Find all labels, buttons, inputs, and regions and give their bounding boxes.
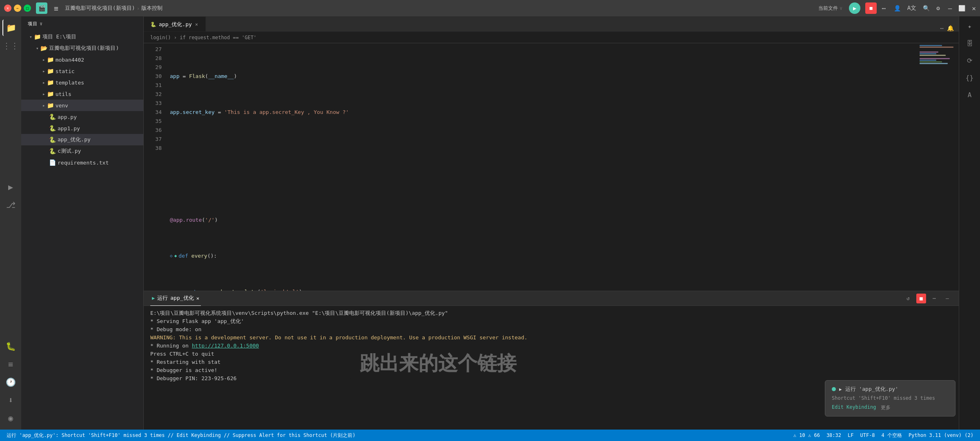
- schedule-icon[interactable]: 🕐: [2, 374, 19, 390]
- notif-edit-keybinding[interactable]: Edit Keybinding: [832, 404, 876, 411]
- panel-more-button[interactable]: ⋯: [929, 294, 939, 303]
- sidebar-item-moban4402[interactable]: ▸ 📁 moban4402: [21, 54, 143, 65]
- code-token: Flask: [189, 72, 205, 81]
- sidebar-item-app-py[interactable]: 🐍 app.py: [21, 111, 143, 122]
- notif-dot-icon: [832, 387, 836, 391]
- minimap-line: [920, 60, 936, 61]
- terminal-link[interactable]: http://127.0.0.1:5000: [192, 343, 259, 349]
- language-status[interactable]: Python 3.11 (venv) (2): [907, 430, 975, 441]
- titlebar: × − □ 🎬 ≡ 豆瓣电影可视化项目(新项目) › 版本控制 当前文件 ∨ ▶…: [0, 0, 980, 16]
- tab-close-button[interactable]: ×: [194, 21, 199, 28]
- translate-icon[interactable]: A文: [907, 4, 916, 12]
- terminal-line-4: * Running on http://127.0.0.1:5000: [150, 342, 952, 350]
- copilot-icon[interactable]: ✦: [963, 20, 976, 33]
- database-icon[interactable]: 🗄: [963, 37, 976, 50]
- menu-icon[interactable]: ≡: [51, 4, 62, 13]
- sidebar-item-requirements[interactable]: 📄 requirements.txt: [21, 157, 143, 168]
- notif-actions: Edit Keybinding 更多: [832, 404, 949, 411]
- line-num-34: 34: [144, 108, 162, 117]
- code-token: (: [257, 287, 261, 291]
- layers-icon[interactable]: ≡: [2, 356, 19, 372]
- panel-actions: ↺ ■ ⋯ —: [903, 294, 952, 303]
- minimap-line: [920, 48, 927, 49]
- run-green-button[interactable]: ▶: [849, 2, 860, 14]
- terminal-line-0: E:\项目\豆瓣电影可视化系统项目\venv\Scripts\python.ex…: [150, 309, 952, 317]
- graph-icon[interactable]: ◉: [2, 410, 19, 426]
- text-icon[interactable]: A: [963, 88, 976, 101]
- minimize-button[interactable]: −: [14, 4, 21, 12]
- panel-tab-run[interactable]: ▶ 运行 app_优化 ×: [150, 291, 201, 306]
- sidebar-item-project-root[interactable]: ▾ 📁 项目 E:\项目: [21, 31, 143, 42]
- code-token: @app.route: [170, 216, 202, 225]
- explorer-icon[interactable]: 📁: [2, 20, 19, 36]
- lf-status[interactable]: LF: [846, 430, 855, 441]
- code-token: every: [192, 252, 207, 261]
- search-icon[interactable]: 🔍: [923, 5, 930, 11]
- more-menu-button[interactable]: ⋯: [882, 4, 886, 12]
- panel-refresh-button[interactable]: ↺: [903, 294, 913, 303]
- minimap-line: [920, 63, 948, 64]
- moban-label: moban4402: [56, 57, 84, 63]
- run-activity-icon[interactable]: ▶: [2, 179, 19, 195]
- debug-icon[interactable]: 🐛: [2, 338, 19, 354]
- sidebar-item-app1-py[interactable]: 🐍 app1.py: [21, 122, 143, 134]
- code-token: =: [215, 108, 224, 117]
- sidebar-item-templates[interactable]: ▸ 📁 templates: [21, 77, 143, 88]
- templates-label: templates: [56, 80, 84, 86]
- stop-red-button[interactable]: ■: [865, 2, 877, 14]
- sidebar-chevron: ∨: [40, 21, 43, 27]
- notif-more[interactable]: 更多: [881, 404, 891, 411]
- extensions-icon[interactable]: ⋮⋮: [2, 38, 19, 54]
- sidebar-item-app-youhua[interactable]: 🐍 app_优化.py: [21, 134, 143, 145]
- line-num-36: 36: [144, 126, 162, 135]
- static-label: static: [56, 68, 75, 74]
- line-num-29: 29: [144, 63, 162, 72]
- panel-stop-button[interactable]: ■: [916, 294, 926, 303]
- activity-bar: 📁 ⋮⋮ ▶ ⎇ 🐛 ≡ 🕐 ⬇ ◉: [0, 16, 21, 430]
- chevron-down-icon: ▾: [29, 34, 32, 40]
- code-token: ): [299, 287, 302, 291]
- code-token: app: [170, 72, 179, 81]
- run-status-item[interactable]: 运行 'app_优化.py': Shortcut 'Shift+F10' mis…: [5, 430, 357, 441]
- maximize-button[interactable]: □: [24, 4, 31, 12]
- indent-status[interactable]: 4 个空格: [880, 430, 904, 441]
- line-num-37: 37: [144, 135, 162, 144]
- panel-minimize-button[interactable]: —: [942, 294, 952, 303]
- terminal-text: E:\项目\豆瓣电影可视化系统项目\venv\Scripts\python.ex…: [150, 310, 448, 316]
- sidebar-item-static[interactable]: ▸ 📁 static: [21, 65, 143, 77]
- close-button[interactable]: ×: [4, 4, 11, 12]
- app-py-icon: 🐍: [49, 114, 56, 120]
- code-content[interactable]: app = Flask(__name__) app.secret_key = '…: [165, 43, 918, 291]
- code-token: [174, 287, 187, 291]
- sidebar-item-ceshi-py[interactable]: 🐍 c测试.py: [21, 145, 143, 157]
- right-gutter: ✦ 🗄 ⟳ {} A: [959, 16, 980, 430]
- download-icon[interactable]: ⬇: [2, 392, 19, 408]
- warnings-status[interactable]: ⚠ 10 ⚠ 66: [792, 430, 822, 441]
- breadcrumb-text: login() › if request.method == 'GET': [150, 35, 256, 40]
- sync-icon[interactable]: ⟳: [963, 54, 976, 67]
- window-close-icon[interactable]: ✕: [972, 4, 976, 12]
- app1-py-icon: 🐍: [49, 125, 56, 131]
- sidebar-item-venv[interactable]: ▸ 📁 venv: [21, 100, 143, 111]
- sidebar-item-project-folder[interactable]: ▾ 📂 豆瓣电影可视化项目(新项目): [21, 42, 143, 54]
- editor-tab-app-youhua[interactable]: 🐍 app_优化.py ×: [144, 17, 206, 31]
- code-token: ): [215, 216, 218, 225]
- terminal-line-5: Press CTRL+C to quit: [150, 350, 952, 358]
- encoding-status[interactable]: UTF-8: [858, 430, 876, 441]
- tab-bell-icon[interactable]: 🔔: [947, 25, 954, 31]
- window-minimize-icon[interactable]: —: [948, 4, 952, 12]
- code-token: 'This is a app.secret_Key , You Know ?': [224, 108, 349, 117]
- breakpoint-icon-32: ◆: [174, 252, 177, 261]
- terminal-text: * Serving Flask app 'app_优化': [150, 318, 244, 324]
- user-icon[interactable]: 👤: [894, 5, 901, 11]
- window-maximize-icon[interactable]: ⬜: [958, 5, 965, 11]
- settings-icon[interactable]: ⚙: [936, 5, 940, 11]
- tab-more-icon[interactable]: ⋯: [940, 25, 944, 31]
- brackets-icon[interactable]: {}: [963, 71, 976, 84]
- sidebar-item-utils[interactable]: ▸ 📁 utils: [21, 88, 143, 100]
- code-editor[interactable]: 27 28 29 30 31 32 33 34 35 36 37 38 app …: [144, 43, 959, 291]
- minimap-line: [920, 51, 938, 53]
- git-icon[interactable]: ⎇: [2, 197, 19, 213]
- panel-tab-close[interactable]: ×: [196, 295, 200, 301]
- position-status[interactable]: 38:32: [825, 430, 843, 441]
